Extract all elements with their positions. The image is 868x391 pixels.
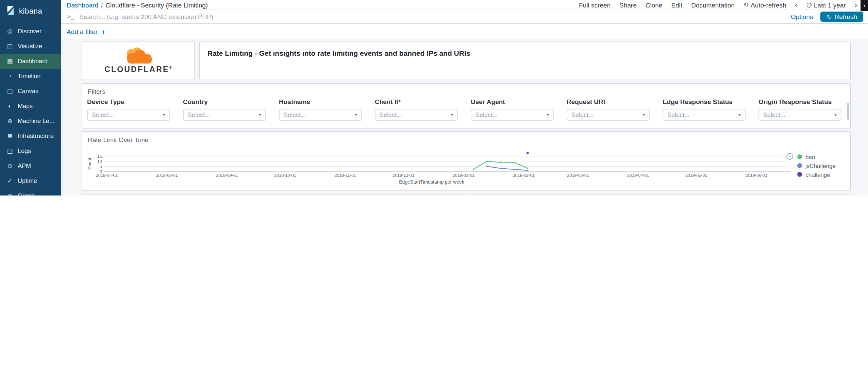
sidebar-item-maps[interactable]: ◐Maps (0, 99, 61, 114)
description-panel: Rate Limiting - Get insights into rate l… (199, 41, 851, 80)
edge-next-chevron[interactable]: › (861, 0, 868, 11)
svg-text:2019-06-01: 2019-06-01 (746, 173, 767, 178)
series-point-ban (500, 162, 501, 163)
add-filter-link[interactable]: Add a filter + (67, 28, 105, 35)
breadcrumb-dashboard-link[interactable]: Dashboard (67, 1, 98, 8)
breadcrumb-bar: Dashboard / Cloudflare - Security (Rate … (61, 0, 868, 10)
documentation-button[interactable]: Documentation (691, 1, 735, 8)
options-link[interactable]: Options (791, 13, 813, 20)
sidebar-item-discover[interactable]: ◎Discover (0, 24, 61, 39)
filter-origin-response-status: Origin Response StatusSelect...▾ (758, 98, 841, 121)
sidebar-item-dashboard[interactable]: ▦Dashboard (0, 54, 61, 69)
breadcrumb-separator: / (101, 1, 103, 8)
filter-label: Device Type (87, 98, 170, 105)
legend-toggle-icon[interactable]: » (786, 153, 793, 160)
sidebar-item-label: Machine Le... (18, 118, 54, 124)
share-button[interactable]: Share (619, 1, 637, 8)
kibana-brand[interactable]: kibana (0, 0, 61, 24)
time-prev-button[interactable]: ‹ (795, 1, 798, 8)
filter-select-device-type[interactable]: Select...▾ (87, 109, 170, 121)
top-rate-limit-actions-panel: Top Rate Limit Actions EdgeRateLimitActi… (82, 194, 464, 196)
apm-icon: ⊙ (6, 163, 14, 169)
series-point-ban (472, 169, 474, 170)
registered-mark: ® (169, 65, 172, 69)
series-point-jschallenge (486, 166, 487, 167)
legend-items: banjsChallengechallenge (797, 152, 845, 179)
app-name: kibana (19, 6, 42, 15)
logs-icon: ▤ (6, 148, 14, 154)
kibana-logo-icon (5, 5, 16, 16)
filters-panel: Filters Device TypeSelect...▾CountrySele… (82, 83, 851, 129)
series-point-jschallenge (527, 170, 528, 171)
filter-select-edge-response-status[interactable]: Select...▾ (663, 109, 746, 121)
series-point-jschallenge (500, 168, 501, 169)
select-placeholder: Select... (667, 112, 689, 118)
svg-text:2019-01-01: 2019-01-01 (453, 173, 474, 178)
sidebar-item-canvas[interactable]: ▢Canvas (0, 84, 61, 99)
filter-select-origin-response-status[interactable]: Select...▾ (758, 109, 841, 121)
breadcrumb-current: Cloudflare - Security (Rate Limiting) (105, 1, 208, 8)
dashboard-grid: CLOUDFLARE® Rate Limiting - Get insights… (61, 39, 868, 196)
sidebar-item-uptime[interactable]: ✓Uptime (0, 173, 61, 188)
sidebar-nav: ◎Discover◫Visualize▦Dashboard◔Timelion▢C… (0, 24, 61, 196)
edit-button[interactable]: Edit (671, 1, 682, 8)
sidebar-item-timelion[interactable]: ◔Timelion (0, 69, 61, 84)
chart-ylabel: Count (87, 158, 92, 170)
series-point-ban (486, 160, 487, 162)
legend-label: challenge (805, 171, 830, 178)
sidebar-item-label: Maps (18, 103, 33, 109)
filter-select-user-agent[interactable]: Select...▾ (471, 109, 554, 121)
legend-dot-icon (797, 154, 802, 159)
search-input[interactable] (79, 13, 783, 20)
series-point-challenge (527, 152, 529, 154)
svg-text:10: 10 (97, 159, 102, 164)
auto-refresh-button[interactable]: ↻ Auto-refresh (744, 1, 786, 8)
sidebar-item-label: Infrastructure (18, 133, 54, 139)
sidebar-item-visualize[interactable]: ◫Visualize (0, 39, 61, 54)
sidebar-item-machine-le[interactable]: ⊛Machine Le... (0, 114, 61, 129)
filter-select-country[interactable]: Select...▾ (183, 109, 266, 121)
sidebar-item-label: Graph (18, 192, 35, 196)
scrollbar-thumb[interactable] (847, 103, 849, 120)
legend-item-ban[interactable]: ban (797, 152, 845, 161)
infrastructure-icon: ≣ (6, 133, 14, 139)
panel-title: Filters (82, 84, 850, 95)
svg-text:2018-10-01: 2018-10-01 (274, 173, 296, 178)
series-point-ban (527, 168, 528, 169)
auto-refresh-label: Auto-refresh (751, 1, 786, 8)
filter-label: Origin Response Status (758, 98, 841, 105)
filter-select-request-uri[interactable]: Select...▾ (567, 109, 650, 121)
select-placeholder: Select... (188, 112, 210, 118)
series-point-jschallenge (513, 169, 515, 170)
full-screen-button[interactable]: Full screen (579, 1, 611, 8)
filter-label: Client IP (375, 98, 458, 105)
sidebar-item-logs[interactable]: ▤Logs (0, 143, 61, 158)
svg-text:2018-07-01: 2018-07-01 (96, 173, 118, 178)
sidebar-item-infrastructure[interactable]: ≣Infrastructure (0, 129, 61, 143)
plus-icon: + (101, 28, 105, 35)
time-picker-button[interactable]: ◷ Last 1 year (806, 1, 846, 8)
rate-limit-over-time-panel: Rate Limit Over Time 0510152018-07-01201… (82, 131, 851, 191)
svg-text:2018-11-01: 2018-11-01 (335, 173, 356, 178)
svg-text:5: 5 (100, 164, 102, 169)
select-placeholder: Select... (763, 112, 785, 118)
legend-item-jschallenge[interactable]: jsChallenge (797, 161, 845, 170)
refresh-icon: ↻ (827, 13, 832, 20)
select-placeholder: Select... (92, 112, 114, 118)
chevron-down-icon: ▾ (547, 112, 549, 118)
filter-select-client-ip[interactable]: Select...▾ (375, 109, 458, 121)
filter-hostname: HostnameSelect...▾ (279, 98, 362, 121)
sidebar-item-apm[interactable]: ⊙APM (0, 158, 61, 173)
clone-button[interactable]: Clone (646, 1, 663, 8)
kibana-app: kibana ◎Discover◫Visualize▦Dashboard◔Tim… (0, 0, 868, 196)
sidebar-item-graph[interactable]: ⊕Graph (0, 188, 61, 196)
panel-title: Top Banned Client IPs (469, 195, 850, 196)
machine-learning-icon: ⊛ (6, 118, 14, 124)
auto-refresh-icon: ↻ (744, 1, 749, 8)
refresh-button[interactable]: ↻ Refresh (820, 12, 863, 22)
time-next-button[interactable]: › (855, 1, 857, 8)
filter-select-hostname[interactable]: Select...▾ (279, 109, 362, 121)
top-banned-client-ips-panel: Top Banned Client IPs ClientIP.ip: Desce… (468, 194, 851, 196)
chart-xlabel: EdgeStartTimestamp per week (399, 179, 465, 185)
legend-item-challenge[interactable]: challenge (797, 170, 845, 179)
